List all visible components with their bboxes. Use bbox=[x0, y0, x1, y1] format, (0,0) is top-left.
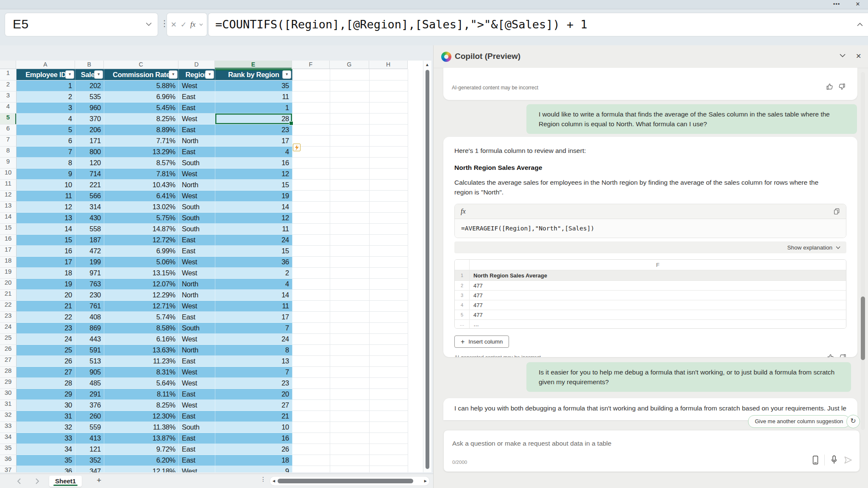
cell[interactable]: 8.89% bbox=[104, 125, 179, 136]
empty-cell[interactable] bbox=[292, 202, 330, 213]
cell[interactable]: 24 bbox=[215, 235, 292, 246]
empty-cell[interactable] bbox=[370, 191, 408, 202]
cell[interactable]: 17 bbox=[215, 136, 292, 147]
cell[interactable]: 352 bbox=[75, 455, 104, 466]
cell[interactable]: 12.30% bbox=[104, 411, 179, 422]
cell[interactable]: 905 bbox=[75, 367, 104, 378]
row-header-29[interactable]: 29 bbox=[0, 378, 17, 389]
scroll-up-icon[interactable]: ▲ bbox=[425, 62, 429, 67]
empty-cell[interactable] bbox=[330, 422, 370, 433]
empty-cell[interactable] bbox=[370, 213, 408, 224]
cell[interactable]: South bbox=[179, 224, 215, 235]
empty-cell[interactable] bbox=[292, 455, 330, 466]
row-header-36[interactable]: 36 bbox=[0, 455, 17, 466]
empty-cell[interactable] bbox=[330, 69, 370, 80]
cell[interactable]: 33 bbox=[17, 433, 75, 444]
row-header-25[interactable]: 25 bbox=[0, 334, 17, 345]
cell[interactable]: 8.25% bbox=[104, 400, 179, 411]
empty-cell[interactable] bbox=[370, 290, 408, 301]
empty-cell[interactable] bbox=[370, 323, 408, 334]
cell[interactable]: West bbox=[179, 301, 215, 312]
table-column-header[interactable]: Employee ID▾ bbox=[17, 69, 75, 80]
row-header-2[interactable]: 2 bbox=[0, 80, 17, 92]
empty-cell[interactable] bbox=[292, 389, 330, 400]
empty-cell[interactable] bbox=[292, 444, 330, 455]
cell[interactable]: 23 bbox=[17, 323, 75, 334]
sheet-vertical-scrollbar[interactable]: ▲ bbox=[423, 61, 431, 472]
cell[interactable]: 260 bbox=[75, 411, 104, 422]
empty-cell[interactable] bbox=[370, 389, 408, 400]
scroll-left-icon[interactable]: ◀ bbox=[273, 479, 275, 483]
copilot-input-box[interactable]: Ask a question or make a request about d… bbox=[443, 430, 860, 472]
row-header-5[interactable]: 5 bbox=[0, 114, 17, 125]
empty-cell[interactable] bbox=[370, 411, 408, 422]
cell[interactable]: 14 bbox=[215, 202, 292, 213]
empty-cell[interactable] bbox=[330, 356, 370, 367]
confirm-entry-icon[interactable]: ✓ bbox=[181, 20, 186, 29]
send-icon[interactable] bbox=[843, 455, 853, 465]
cell[interactable]: East bbox=[179, 455, 215, 466]
empty-cell[interactable] bbox=[292, 279, 330, 290]
empty-cell[interactable] bbox=[330, 312, 370, 323]
column-header-C[interactable]: C bbox=[104, 61, 178, 69]
empty-cell[interactable] bbox=[370, 125, 408, 136]
empty-cell[interactable] bbox=[292, 69, 330, 80]
cell[interactable]: 26 bbox=[17, 356, 75, 367]
cell[interactable]: 16 bbox=[215, 433, 292, 444]
thumbs-up-icon[interactable] bbox=[826, 83, 833, 90]
cell[interactable]: 960 bbox=[75, 103, 104, 114]
insert-column-button[interactable]: + Insert column bbox=[454, 336, 509, 348]
row-header-6[interactable]: 6 bbox=[0, 125, 17, 136]
empty-cell[interactable] bbox=[370, 422, 408, 433]
empty-cell[interactable] bbox=[292, 334, 330, 345]
column-header-G[interactable]: G bbox=[330, 61, 369, 69]
cell[interactable]: North bbox=[179, 290, 215, 301]
select-all-corner[interactable] bbox=[0, 61, 16, 69]
cell[interactable]: 20 bbox=[17, 290, 75, 301]
cell[interactable]: 21 bbox=[17, 301, 75, 312]
cell[interactable]: 370 bbox=[75, 114, 104, 125]
cell[interactable]: 19 bbox=[17, 279, 75, 290]
empty-cell[interactable] bbox=[292, 356, 330, 367]
cell[interactable]: 25 bbox=[17, 345, 75, 356]
empty-cell[interactable] bbox=[330, 114, 370, 125]
empty-cell[interactable] bbox=[370, 224, 408, 235]
empty-cell[interactable] bbox=[370, 92, 408, 103]
cell[interactable]: 206 bbox=[75, 125, 104, 136]
suggested-formula[interactable]: =AVERAGEIF([Region],"North",[Sales]) bbox=[455, 219, 846, 238]
empty-cell[interactable] bbox=[330, 213, 370, 224]
cell[interactable]: 1 bbox=[17, 80, 75, 92]
row-header-20[interactable]: 20 bbox=[0, 279, 17, 290]
empty-cell[interactable] bbox=[370, 158, 408, 169]
cell[interactable]: 20 bbox=[215, 389, 292, 400]
empty-cell[interactable] bbox=[330, 455, 370, 466]
empty-cell[interactable] bbox=[292, 224, 330, 235]
cell[interactable]: 17 bbox=[17, 257, 75, 268]
cell[interactable]: 2 bbox=[215, 268, 292, 279]
cell[interactable]: West bbox=[179, 367, 215, 378]
empty-cell[interactable] bbox=[292, 323, 330, 334]
cell[interactable]: East bbox=[179, 92, 215, 103]
cell[interactable]: 6.99% bbox=[104, 246, 179, 257]
prompt-guide-icon[interactable] bbox=[812, 455, 819, 465]
cell[interactable]: 8.58% bbox=[104, 323, 179, 334]
cell[interactable]: East bbox=[179, 147, 215, 158]
cell[interactable]: 9.72% bbox=[104, 444, 179, 455]
cell[interactable]: 31 bbox=[17, 411, 75, 422]
cell[interactable]: 4 bbox=[215, 279, 292, 290]
empty-cell[interactable] bbox=[292, 114, 330, 125]
cell[interactable]: East bbox=[179, 125, 215, 136]
column-header-H[interactable]: H bbox=[369, 61, 408, 69]
empty-cell[interactable] bbox=[370, 246, 408, 257]
cell[interactable]: West bbox=[179, 80, 215, 92]
cell[interactable]: 27 bbox=[215, 400, 292, 411]
name-box-chevron-icon[interactable] bbox=[146, 22, 152, 26]
empty-cell[interactable] bbox=[292, 213, 330, 224]
cell[interactable]: 36 bbox=[17, 466, 75, 472]
cell[interactable]: East bbox=[179, 246, 215, 257]
cell[interactable]: 5.45% bbox=[104, 103, 179, 114]
row-header-24[interactable]: 24 bbox=[0, 323, 17, 334]
empty-cell[interactable] bbox=[330, 257, 370, 268]
insert-function-icon[interactable]: fx bbox=[190, 20, 195, 29]
cancel-entry-icon[interactable]: ✕ bbox=[171, 20, 177, 29]
